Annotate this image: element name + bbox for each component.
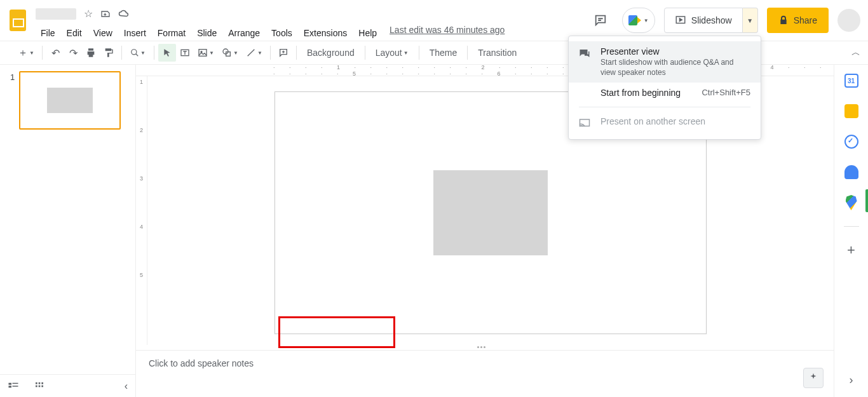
- speaker-notes[interactable]: Click to add speaker notes: [136, 350, 834, 397]
- svg-rect-7: [9, 382, 12, 384]
- meet-button[interactable]: ▼: [622, 8, 655, 33]
- share-label: Share: [794, 15, 817, 25]
- get-addons-icon[interactable]: +: [844, 243, 858, 257]
- dropdown-separator: [579, 107, 750, 107]
- account-avatar[interactable]: [837, 9, 860, 32]
- slideshow-dropdown-menu: Presenter view Start slideshow with audi…: [568, 36, 761, 140]
- paint-format-button[interactable]: [100, 44, 118, 62]
- last-edit-link[interactable]: Last edit was 46 minutes ago: [390, 11, 505, 35]
- collapse-filmstrip-icon[interactable]: ‹: [125, 380, 128, 392]
- line-tool[interactable]: ▼: [242, 44, 266, 62]
- menu-edit[interactable]: Edit: [62, 25, 87, 41]
- side-panel: 31 + ›: [834, 65, 868, 397]
- svg-rect-14: [36, 385, 37, 387]
- present-another-screen-item: Present on another screen: [569, 111, 761, 134]
- svg-rect-17: [580, 119, 590, 126]
- comments-icon[interactable]: [588, 8, 613, 33]
- share-button[interactable]: Share: [767, 8, 829, 33]
- transition-button[interactable]: Transition: [471, 44, 523, 62]
- svg-rect-16: [41, 385, 43, 387]
- cast-icon: [579, 118, 592, 129]
- filmstrip-view-icon[interactable]: [8, 382, 19, 391]
- menu-extensions[interactable]: Extensions: [299, 25, 352, 41]
- start-from-beginning-label: Start from beginning: [600, 88, 693, 98]
- presenter-view-icon: [579, 48, 592, 59]
- slides-logo[interactable]: [5, 8, 31, 33]
- present-another-screen-label: Present on another screen: [600, 116, 750, 126]
- image-tool[interactable]: ▼: [194, 44, 218, 62]
- calendar-icon[interactable]: 31: [844, 74, 858, 88]
- background-button[interactable]: Background: [301, 44, 361, 62]
- slideshow-dropdown[interactable]: ▼: [743, 8, 758, 33]
- menu-help[interactable]: Help: [353, 25, 382, 41]
- menu-format[interactable]: Format: [153, 25, 191, 41]
- tasks-icon[interactable]: [844, 135, 858, 149]
- slide-number: 1: [10, 71, 19, 130]
- slideshow-label: Slideshow: [691, 15, 732, 25]
- chevron-down-icon: ▼: [644, 18, 649, 24]
- move-icon[interactable]: [100, 9, 111, 19]
- svg-rect-10: [13, 386, 18, 387]
- menubar: File Edit View Insert Format Slide Arran…: [36, 25, 382, 41]
- svg-rect-11: [36, 382, 37, 384]
- sidepanel-active-indicator: [865, 189, 868, 212]
- start-from-beginning-item[interactable]: Start from beginning Ctrl+Shift+F5: [569, 83, 761, 103]
- star-icon[interactable]: ☆: [84, 9, 93, 19]
- svg-rect-9: [13, 382, 18, 384]
- slide-thumbnail-content: [47, 88, 93, 113]
- menu-tools[interactable]: Tools: [266, 25, 297, 41]
- svg-rect-3: [199, 50, 207, 57]
- lock-icon: [778, 15, 789, 25]
- hide-sidepanel-icon[interactable]: ›: [850, 373, 853, 387]
- notes-resize-handle[interactable]: [136, 345, 834, 350]
- undo-button[interactable]: ↶: [46, 44, 64, 62]
- contacts-icon[interactable]: [844, 165, 858, 179]
- select-tool[interactable]: [158, 44, 176, 62]
- theme-button[interactable]: Theme: [423, 44, 464, 62]
- shape-tool[interactable]: ▼: [218, 44, 242, 62]
- zoom-button[interactable]: ▼: [126, 44, 150, 62]
- svg-rect-12: [39, 382, 41, 384]
- menu-slide[interactable]: Slide: [192, 25, 222, 41]
- menu-view[interactable]: View: [88, 25, 118, 41]
- layout-button[interactable]: Layout▼: [369, 44, 415, 62]
- presenter-view-item[interactable]: Presenter view Start slideshow with audi…: [569, 41, 761, 83]
- document-title[interactable]: [36, 8, 76, 20]
- menu-arrange[interactable]: Arrange: [223, 25, 265, 41]
- filmstrip: 1 ‹: [0, 65, 136, 397]
- cloud-status-icon[interactable]: [118, 9, 130, 19]
- svg-rect-15: [39, 385, 41, 387]
- new-slide-button[interactable]: ＋▼: [14, 44, 38, 62]
- slide-content-image[interactable]: [433, 170, 548, 255]
- textbox-tool[interactable]: [176, 44, 194, 62]
- comment-tool[interactable]: [275, 44, 292, 62]
- keep-icon[interactable]: [844, 104, 858, 118]
- svg-rect-13: [41, 382, 43, 384]
- redo-button[interactable]: ↷: [64, 44, 82, 62]
- svg-rect-8: [9, 386, 12, 387]
- vertical-ruler: 12345: [136, 76, 147, 345]
- speaker-notes-placeholder: Click to add speaker notes: [149, 358, 254, 368]
- print-button[interactable]: [82, 44, 100, 62]
- collapse-toolbar-icon[interactable]: ︿: [851, 47, 860, 58]
- presenter-view-label: Presenter view: [600, 46, 750, 57]
- svg-point-1: [132, 50, 137, 55]
- explore-button[interactable]: [803, 368, 824, 388]
- slideshow-button[interactable]: Slideshow: [664, 8, 743, 33]
- start-from-beginning-shortcut: Ctrl+Shift+F5: [702, 88, 750, 97]
- slide-thumbnail[interactable]: [19, 71, 121, 130]
- menu-file[interactable]: File: [36, 25, 60, 41]
- maps-icon[interactable]: [844, 196, 858, 210]
- meet-icon: [628, 15, 641, 25]
- sidepanel-separator: [844, 226, 859, 227]
- grid-view-icon[interactable]: [34, 381, 44, 391]
- presenter-view-description: Start slideshow with audience Q&A and vi…: [600, 58, 750, 77]
- menu-insert[interactable]: Insert: [119, 25, 151, 41]
- slideshow-icon: [675, 15, 686, 26]
